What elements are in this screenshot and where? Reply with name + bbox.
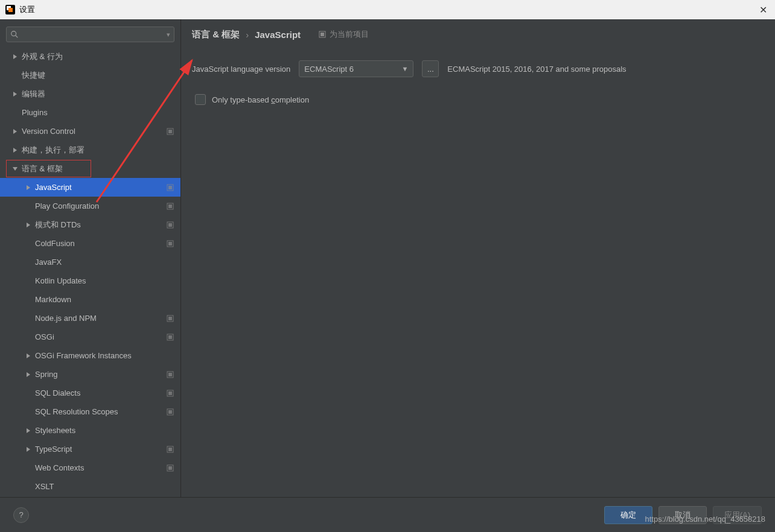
type-based-completion-checkbox[interactable] [195, 94, 206, 105]
tree-item[interactable]: OSGi Framework Instances [0, 346, 180, 365]
svg-rect-18 [168, 335, 172, 339]
project-scope-icon [166, 221, 174, 229]
tree-item-label: 编辑器 [22, 89, 174, 100]
tree-item-label: Plugins [22, 108, 174, 117]
tree-item-label: ColdFusion [35, 239, 162, 248]
tree-item[interactable]: Node.js and NPM [0, 309, 180, 328]
tree-arrow-icon [24, 370, 33, 379]
svg-rect-6 [168, 130, 172, 133]
language-version-label: JavaScript language version [192, 65, 290, 74]
tree-item[interactable]: 模式和 DTDs [0, 215, 180, 234]
project-scope-icon [166, 464, 174, 472]
project-scope-icon [166, 239, 174, 248]
svg-point-3 [11, 31, 16, 36]
project-scope-icon [166, 445, 174, 454]
tree-item-label: OSGi [35, 332, 162, 341]
tree-item-label: SQL Dialects [35, 388, 162, 397]
tree-item[interactable]: SQL Dialects [0, 384, 180, 402]
tree-item[interactable]: Plugins [0, 103, 180, 122]
tree-item[interactable]: Version Control [0, 122, 180, 141]
more-options-button[interactable]: ... [422, 60, 439, 77]
tree-item-label: SQL Resolution Scopes [35, 407, 162, 416]
tree-item-label: Node.js and NPM [35, 314, 162, 323]
svg-rect-24 [168, 410, 172, 414]
svg-rect-2 [8, 8, 13, 12]
tree-item-label: Stylesheets [35, 426, 174, 435]
tree-item[interactable]: JavaFX [0, 253, 180, 271]
project-scope-label: 为当前项目 [319, 29, 369, 40]
project-scope-icon [166, 370, 174, 379]
titlebar: 设置 ✕ [0, 0, 775, 19]
svg-rect-12 [168, 223, 172, 227]
tree-item[interactable]: XSLT [0, 477, 180, 496]
tree-item-label: Markdown [35, 295, 174, 304]
tree-item[interactable]: ColdFusion [0, 234, 180, 253]
tree-item-label: Play Configuration [35, 201, 162, 211]
tree-item-label: JavaFX [35, 258, 174, 267]
breadcrumb-leaf: JavaScript [255, 30, 301, 40]
tree-item[interactable]: Kotlin Updates [0, 271, 180, 290]
tree-item-label: TypeScript [35, 445, 162, 454]
tree-item-label: JavaScript [35, 183, 162, 192]
tree-item[interactable]: Play Configuration [0, 197, 180, 215]
tree-item[interactable]: 构建，执行，部署 [0, 141, 180, 159]
version-description: ECMAScript 2015, 2016, 2017 and some pro… [447, 65, 626, 74]
tree-item[interactable]: TypeScript [0, 440, 180, 458]
tree-arrow-icon [24, 445, 33, 454]
svg-rect-10 [168, 204, 172, 208]
project-icon [319, 31, 326, 38]
breadcrumb-root[interactable]: 语言 & 框架 [192, 29, 240, 40]
svg-line-4 [16, 36, 18, 38]
svg-rect-30 [321, 33, 324, 36]
project-scope-icon [166, 408, 174, 416]
tree-item[interactable]: JavaScript [0, 178, 180, 197]
tree-item[interactable]: Markdown [0, 290, 180, 309]
tree-item-label: 语言 & 框架 [22, 163, 174, 174]
chevron-right-icon: › [246, 30, 249, 40]
search-input[interactable]: ▾ [6, 27, 174, 42]
svg-rect-22 [168, 391, 172, 395]
project-scope-icon [166, 202, 174, 211]
tree-arrow-icon [24, 426, 33, 435]
help-button[interactable]: ? [13, 507, 29, 523]
language-version-select[interactable]: ECMAScript 6 ▼ [299, 60, 413, 77]
tree-item[interactable]: 语言 & 框架 [0, 159, 180, 178]
select-value: ECMAScript 6 [304, 65, 354, 74]
close-icon[interactable]: ✕ [756, 4, 770, 16]
tree-item[interactable]: Stylesheets [0, 421, 180, 440]
project-scope-icon [166, 333, 174, 341]
svg-rect-16 [168, 317, 172, 320]
tree-arrow-icon [11, 165, 19, 173]
tree-item-label: 外观 & 行为 [22, 51, 174, 62]
tree-arrow-icon [24, 183, 33, 192]
settings-tree[interactable]: 外观 & 行为快捷键编辑器PluginsVersion Control构建，执行… [0, 47, 180, 497]
tree-item[interactable]: 外观 & 行为 [0, 47, 180, 66]
project-scope-icon [166, 389, 174, 397]
tree-item-label: Version Control [22, 127, 162, 136]
tree-arrow-icon [11, 127, 19, 136]
sidebar: ▾ 外观 & 行为快捷键编辑器PluginsVersion Control构建，… [0, 19, 181, 497]
tree-arrow-icon [11, 146, 19, 154]
tree-item-label: XSLT [35, 482, 174, 491]
search-icon [10, 30, 19, 39]
project-scope-icon [166, 127, 174, 136]
watermark: https://blog.csdn.net/qq_43658218 [645, 515, 766, 524]
app-icon [5, 4, 16, 15]
chevron-down-icon: ▼ [401, 65, 408, 72]
content-panel: 语言 & 框架 › JavaScript 为当前项目 JavaScript la… [181, 19, 775, 497]
tree-item[interactable]: Spring [0, 365, 180, 384]
tree-item[interactable]: 快捷键 [0, 66, 180, 84]
tree-item[interactable]: Web Contexts [0, 458, 180, 477]
tree-arrow-icon [11, 52, 19, 61]
tree-item[interactable]: SQL Resolution Scopes [0, 402, 180, 421]
svg-rect-14 [168, 242, 172, 245]
tree-item-label: Kotlin Updates [35, 276, 174, 285]
tree-item-label: Web Contexts [35, 463, 162, 472]
project-scope-icon [166, 183, 174, 192]
tree-item[interactable]: 编辑器 [0, 84, 180, 103]
svg-rect-28 [168, 466, 172, 470]
tree-item[interactable]: OSGi [0, 328, 180, 346]
tree-item-label: 模式和 DTDs [35, 220, 162, 230]
tree-item-label: 构建，执行，部署 [22, 145, 174, 156]
tree-arrow-icon [24, 221, 33, 229]
